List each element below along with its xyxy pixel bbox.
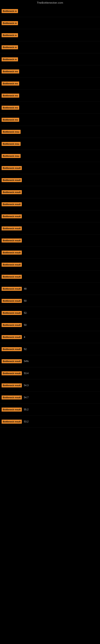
table-row: Bottleneck res [0, 114, 100, 126]
table-row: Bottleneck result54.3 [0, 379, 100, 392]
bottleneck-label: Bottleneck re [1, 21, 18, 25]
bottleneck-label: Bottleneck result [1, 323, 22, 327]
bottleneck-label: Bottleneck result [1, 190, 22, 194]
bottleneck-label: Bottleneck result [1, 238, 22, 242]
table-row: Bottleneck result [0, 246, 100, 258]
table-row: Bottleneck result [0, 162, 100, 174]
bottleneck-label: Bottleneck resu [1, 142, 21, 146]
bottleneck-value: 48 [24, 288, 26, 290]
table-row: Bottleneck result [0, 210, 100, 222]
table-row: Bottleneck result [0, 222, 100, 234]
table-row: Bottleneck result48 [0, 283, 100, 295]
bottleneck-label: Bottleneck result [1, 226, 22, 230]
table-row: Bottleneck res [0, 102, 100, 114]
table-row: Bottleneck result [0, 234, 100, 246]
site-title: TheBottlenecker.com [0, 0, 100, 5]
bottleneck-label: Bottleneck result [1, 420, 22, 424]
bottleneck-label: Bottleneck result [1, 178, 22, 182]
table-row: Bottleneck resu [0, 138, 100, 150]
table-row: Bottleneck result52. [0, 307, 100, 319]
bottleneck-value: 54.7 [24, 396, 28, 399]
bottleneck-value: 50 [24, 300, 26, 302]
table-row: Bottleneck re [0, 29, 100, 41]
table-row: Bottleneck res [0, 66, 100, 78]
bottleneck-value: 55.2 [24, 408, 28, 411]
bottleneck-label: Bottleneck resu [1, 130, 21, 134]
bottleneck-value: 52. [24, 348, 27, 350]
table-row: Bottleneck re [0, 41, 100, 53]
bottleneck-label: Bottleneck result [1, 214, 22, 218]
bottleneck-label: Bottleneck result [1, 299, 22, 303]
table-row: Bottleneck result54% [0, 355, 100, 367]
bottleneck-label: Bottleneck result [1, 359, 22, 363]
table-row: Bottleneck result4 [0, 331, 100, 343]
table-row: Bottleneck result55.2 [0, 404, 100, 416]
bottleneck-label: Bottleneck re [1, 9, 18, 13]
table-row: Bottleneck re [0, 5, 100, 17]
table-row: Bottleneck result52. [0, 343, 100, 355]
bottleneck-value: 4 [24, 336, 25, 338]
bottleneck-label: Bottleneck result [1, 384, 22, 388]
bottleneck-value: 53.2 [24, 420, 28, 423]
bottleneck-label: Bottleneck res [1, 118, 19, 122]
bottleneck-label: Bottleneck res [1, 70, 19, 74]
bottleneck-label: Bottleneck re [1, 33, 18, 37]
table-row: Bottleneck result [0, 271, 100, 283]
bottleneck-label: Bottleneck re [1, 45, 18, 49]
table-row: Bottleneck resu [0, 126, 100, 138]
bottleneck-label: Bottleneck result [1, 396, 22, 400]
bottleneck-label: Bottleneck result [1, 202, 22, 206]
bottleneck-label: Bottleneck result [1, 408, 22, 412]
bottleneck-value: 53.4 [24, 372, 28, 375]
bottleneck-label: Bottleneck result [1, 263, 22, 267]
bottleneck-label: Bottleneck result [1, 275, 22, 279]
bottleneck-value: 50 [24, 324, 26, 326]
bottleneck-label: Bottleneck res [1, 106, 19, 110]
table-row: Bottleneck re [0, 53, 100, 66]
bottleneck-label: Bottleneck result [1, 250, 22, 254]
table-row: Bottleneck result50 [0, 319, 100, 331]
table-row: Bottleneck result [0, 258, 100, 271]
bottleneck-label: Bottleneck result [1, 287, 22, 291]
table-row: Bottleneck result [0, 198, 100, 210]
bottleneck-value: 52. [24, 312, 27, 314]
table-row: Bottleneck result54.7 [0, 392, 100, 404]
bottleneck-label: Bottleneck re [1, 57, 18, 62]
bottleneck-label: Bottleneck result [1, 371, 22, 375]
bottleneck-label: Bottleneck result [1, 311, 22, 315]
bottleneck-value: 54% [24, 360, 29, 363]
table-row: Bottleneck result [0, 186, 100, 198]
table-row: Bottleneck resu [0, 150, 100, 162]
bottleneck-label: Bottleneck result [1, 166, 22, 170]
table-row: Bottleneck result [0, 174, 100, 186]
table-row: Bottleneck res [0, 78, 100, 90]
bottleneck-label: Bottleneck res [1, 94, 19, 98]
table-row: Bottleneck res [0, 90, 100, 102]
bottleneck-label: Bottleneck result [1, 335, 22, 339]
bottleneck-value: 54.3 [24, 384, 28, 387]
bottleneck-label: Bottleneck result [1, 347, 22, 351]
table-row: Bottleneck re [0, 17, 100, 29]
table-row: Bottleneck result53.2 [0, 416, 100, 428]
table-row: Bottleneck result50 [0, 295, 100, 307]
table-row: Bottleneck result53.4 [0, 367, 100, 379]
bottleneck-label: Bottleneck resu [1, 154, 21, 158]
bottleneck-label: Bottleneck res [1, 82, 19, 86]
